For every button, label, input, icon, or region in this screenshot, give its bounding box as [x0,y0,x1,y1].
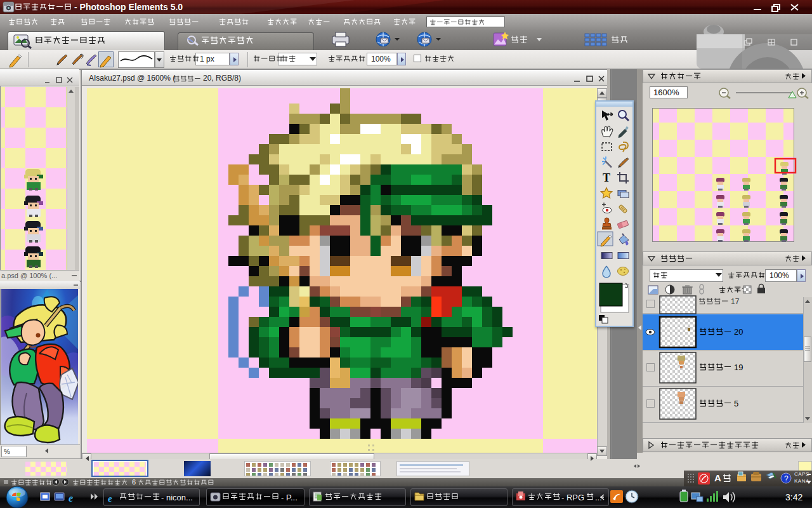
svg-text:e: e [69,493,73,504]
svg-text:T: T [603,171,610,184]
svg-text:?: ? [784,474,789,483]
svg-text:e: e [108,493,112,504]
